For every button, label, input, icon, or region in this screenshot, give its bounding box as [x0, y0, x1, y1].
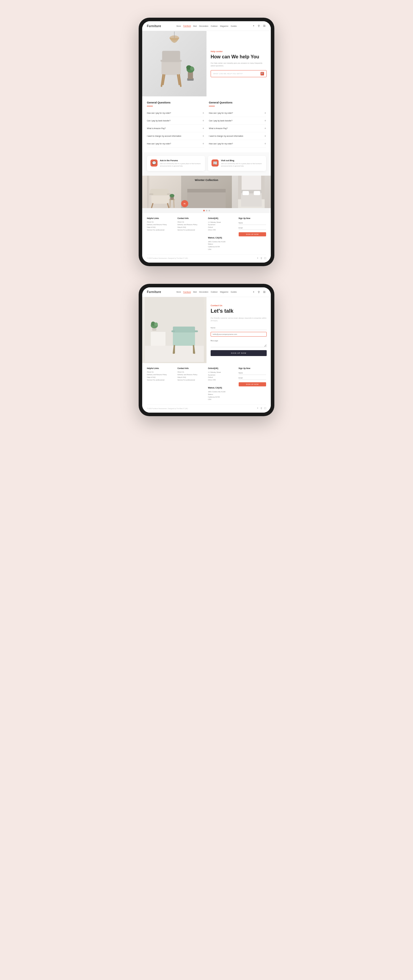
collection-image-3[interactable] [232, 176, 271, 208]
hero-title: How can We help You [210, 54, 267, 59]
contact-footer-contact-link-2[interactable]: Delivery and Returns Policy [178, 374, 205, 375]
faq-item-right-0[interactable]: How can I pay for my order? + [209, 109, 266, 117]
nav-bed[interactable]: Bed [193, 25, 197, 27]
navbar: Furniture Store Furniture Bed Decoration… [142, 21, 271, 31]
nav-magazine[interactable]: Magazine [220, 25, 228, 27]
footer-contact-link-2[interactable]: Delivery and Returns Policy [178, 224, 205, 226]
footer-link-faq[interactable]: Help & FAQ [147, 226, 175, 228]
cta-blog-card[interactable]: 📰 Visit out Blog Join our community and … [208, 156, 266, 171]
contact-nav-magazine[interactable]: Magazine [220, 291, 228, 293]
svg-rect-35 [187, 190, 226, 208]
contact-footer-email-input[interactable] [239, 376, 266, 380]
nav-outdoor[interactable]: Outdoor [210, 25, 218, 27]
contact-footer-contact-link-3[interactable]: Help & FAQ [178, 376, 205, 378]
contact-footer-contact-link-1[interactable]: About Us [178, 371, 205, 373]
faq-item-left-4[interactable]: How can I pay for my order? + [147, 140, 204, 148]
faq-item-left-3[interactable]: I want to change my account information … [147, 132, 204, 140]
contact-nav-outdoor[interactable]: Outdoor [210, 291, 218, 293]
contact-user-icon[interactable]: ⚬ [252, 290, 255, 294]
footer-walnut-label: Walnut, CA(US) [208, 237, 236, 239]
search-bar[interactable]: WHAT CAN WE HELP YOU WITH? 🔍 [210, 70, 267, 77]
hero-description: Our help center can instantly give you a… [210, 62, 267, 67]
contact-footer-link-1[interactable]: About Us [147, 371, 175, 373]
cta-forum-card[interactable]: 💬 Ask in the Forums Join our community a… [147, 156, 205, 171]
faq-expand-icon[interactable]: + [203, 134, 204, 138]
footer-name-input[interactable] [239, 221, 266, 225]
nav-store[interactable]: Store [176, 25, 181, 27]
contact-cart-icon[interactable]: ☒ [263, 290, 266, 294]
contact-footer-link-2[interactable]: Delivery and Returns Policy [147, 374, 175, 375]
collection-dots [142, 208, 271, 213]
twitter-icon[interactable]: ⚲ [260, 257, 262, 260]
contact-footer-contact-link-4[interactable]: Service For professional [178, 379, 205, 381]
faq-item-right-3[interactable]: I want to change my account information … [209, 132, 266, 140]
footer-contact-link-3[interactable]: Help & FAQ [178, 226, 205, 228]
help-center-label: Help center [210, 50, 267, 53]
faq-item-left-2[interactable]: What is Amazon Pay? + [147, 125, 204, 132]
faq-expand-icon[interactable]: + [264, 119, 266, 123]
contact-search-icon[interactable]: ⚲ [257, 290, 261, 294]
faq-item-right-2[interactable]: What is Amazon Pay? + [209, 125, 266, 132]
forum-icon: 💬 [150, 159, 158, 167]
collection-section: Winnter Collection [142, 176, 271, 213]
nav-decoration[interactable]: Decoration [199, 25, 208, 27]
help-center-screen: Furniture Store Furniture Bed Decoration… [142, 21, 271, 262]
nav-guides[interactable]: Guides [231, 25, 237, 27]
footer-link-service[interactable]: Service For professional [147, 229, 175, 231]
contact-nav-decoration[interactable]: Decoration [199, 291, 208, 293]
faq-expand-icon[interactable]: + [203, 119, 204, 123]
dot-2[interactable] [206, 210, 207, 211]
contact-footer-link-4[interactable]: Service For professional [147, 379, 175, 381]
contact-nav-guides[interactable]: Guides [231, 291, 237, 293]
dot-1[interactable] [203, 210, 205, 211]
footer-link-about[interactable]: About Us [147, 221, 175, 223]
contact-pinterest-icon[interactable]: ⚬ [257, 407, 259, 410]
faq-expand-icon[interactable]: + [264, 142, 266, 145]
faq-question: How can I pay for my order? [147, 143, 201, 145]
contact-walnut-address: 1801 Contino Ste #1100 Walnut California… [208, 391, 236, 401]
contact-twitter-icon[interactable]: ⚲ [260, 407, 262, 410]
collection-image-1[interactable] [142, 176, 181, 208]
user-icon[interactable]: ⚬ [252, 24, 255, 28]
search-submit-button[interactable]: 🔍 [260, 72, 264, 75]
faq-item-right-1[interactable]: Can I pay by bank transfer? + [209, 117, 266, 125]
pinterest-icon[interactable]: ⚬ [257, 257, 259, 260]
faq-item-right-4[interactable]: How can I pay for my order? + [209, 140, 266, 148]
faq-expand-icon[interactable]: + [203, 127, 204, 130]
contact-email-field[interactable] [210, 332, 267, 337]
faq-expand-icon[interactable]: + [264, 111, 266, 115]
dot-3[interactable] [209, 210, 210, 211]
faq-item-left-1[interactable]: Can I pay by bank transfer? + [147, 117, 204, 125]
contact-nav-store[interactable]: Store [176, 291, 181, 293]
contact-submit-button[interactable]: SIGN UP NOW [210, 350, 267, 356]
cart-icon[interactable]: ☒ [263, 24, 266, 28]
footer-link-returns[interactable]: Delivery and Returns Policy [147, 224, 175, 226]
contact-footer-link-3[interactable]: Help & FAQ [147, 376, 175, 378]
contact-social-icons: ⚬ ⚲ ☐ [257, 407, 266, 410]
faq-expand-icon[interactable]: + [203, 142, 204, 145]
footer-signup-button[interactable]: SIGN UP NOW [239, 232, 266, 236]
contact-nav-furniture[interactable]: Furniture [183, 291, 191, 293]
contact-footer-name-input[interactable] [239, 371, 266, 375]
footer-contact-link-1[interactable]: About Us [178, 221, 205, 223]
contact-name-field[interactable] [210, 326, 267, 330]
hero-content: Help center How can We help You Our help… [206, 31, 271, 96]
contact-footer-signup: Sign Up Now SIGN UP NOW [239, 367, 266, 401]
contact-message-field[interactable] [210, 338, 267, 347]
footer-contact-link-4[interactable]: Service For professional [178, 229, 205, 231]
collection-slide-badge[interactable]: 01 [181, 200, 188, 207]
faq-expand-icon[interactable]: + [264, 134, 266, 138]
search-icon[interactable]: ⚲ [257, 24, 261, 28]
faq-expand-icon[interactable]: + [264, 127, 266, 130]
contact-instagram-icon[interactable]: ☐ [264, 407, 266, 410]
instagram-icon[interactable]: ☐ [264, 257, 266, 260]
cta-blog-text: Visit out Blog Join our community and it… [221, 159, 263, 167]
contact-nav-bed[interactable]: Bed [193, 291, 197, 293]
contact-screen: Furniture Store Furniture Bed Decoration… [142, 287, 271, 413]
faq-question: I want to change my account information [209, 135, 263, 137]
faq-item-left-0[interactable]: How can I pay for my order? + [147, 109, 204, 117]
footer-email-input[interactable] [239, 226, 266, 230]
contact-footer-signup-button[interactable]: SIGN UP NOW [239, 382, 266, 387]
faq-expand-icon[interactable]: + [203, 111, 204, 115]
nav-furniture[interactable]: Furniture [183, 25, 191, 27]
